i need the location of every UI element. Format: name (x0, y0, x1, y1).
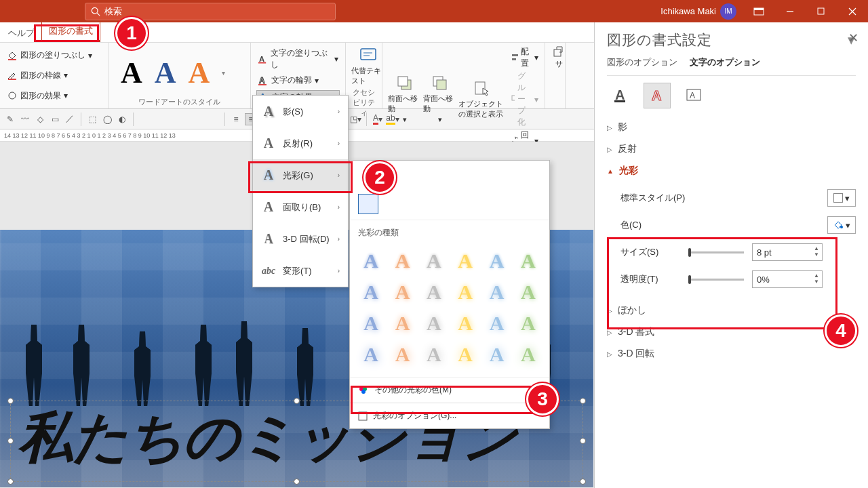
align-button[interactable]: 配置 ▾ (510, 45, 540, 70)
glow-variant[interactable]: A (450, 308, 481, 339)
glow-options[interactable]: 光彩のオプション(G)... (350, 403, 549, 428)
transparency-input[interactable]: 0%▲▼ (752, 270, 823, 288)
selection-icon (473, 80, 491, 98)
icon-tab-textbox[interactable]: A (680, 83, 707, 108)
callout-4: 4 (825, 314, 857, 347)
glow-variant[interactable]: A (387, 339, 418, 370)
size-group[interactable]: サ (551, 45, 567, 69)
ribbon-display-button[interactable] (743, 0, 774, 22)
icon-tab-fill[interactable]: A (607, 83, 634, 108)
glow-variant[interactable]: A (450, 245, 481, 277)
close-button[interactable] (837, 0, 868, 22)
search-box[interactable]: 検索 (85, 3, 336, 20)
tool-merge[interactable]: ⬚ (86, 113, 98, 125)
glow-variant[interactable]: A (355, 277, 387, 308)
glow-variant[interactable]: A (513, 308, 544, 339)
pane-tab-text[interactable]: 文字のオプション (690, 56, 760, 68)
svg-rect-8 (8, 59, 16, 60)
glow-variant[interactable]: A (418, 245, 450, 277)
svg-point-31 (361, 390, 366, 394)
svg-text:A: A (259, 76, 265, 85)
glow-variant[interactable]: A (387, 245, 418, 277)
glow-variant[interactable]: A (513, 277, 544, 308)
callout-3: 3 (526, 383, 559, 415)
tool-shape[interactable]: ▭ (49, 113, 61, 125)
svg-rect-22 (437, 80, 446, 89)
fx-bevel[interactable]: A面取り(B)› (253, 191, 348, 223)
color-picker[interactable]: ▾ (827, 216, 856, 234)
glow-variant[interactable]: A (481, 308, 512, 339)
glow-variant[interactable]: A (418, 277, 450, 308)
section-soft-edges[interactable]: ▷ぼかし (607, 300, 856, 321)
send-backward-button[interactable]: 背面へ移動 ▾ (423, 45, 457, 153)
section-glow[interactable]: ▲光彩 (607, 160, 856, 182)
tool-union[interactable]: ◯ (101, 113, 113, 125)
section-3d-format[interactable]: ▷3-D 書式 (607, 321, 856, 343)
size-slider[interactable] (688, 251, 744, 253)
glow-variant[interactable]: A (513, 245, 544, 277)
user-name: Ichikawa Maki (660, 6, 716, 16)
pane-close-button[interactable]: ✕ (848, 30, 859, 45)
glow-variant[interactable]: A (481, 339, 512, 370)
section-3d-rotation[interactable]: ▷3-D 回転 (607, 343, 856, 365)
glow-variant[interactable]: A (450, 339, 481, 370)
transparency-slider[interactable] (688, 279, 744, 281)
shape-effects-button[interactable]: 図形の効果 ▾ (5, 89, 102, 102)
glow-variant[interactable]: A (418, 308, 450, 339)
svg-rect-12 (258, 62, 266, 64)
wordart-gallery[interactable]: A A A ▾ (114, 45, 245, 96)
tool-combine[interactable]: ◐ (116, 113, 128, 125)
size-input[interactable]: 8 pt▲▼ (752, 243, 823, 261)
icon-tab-effects[interactable]: A (644, 83, 671, 108)
shape-outline-button[interactable]: 図形の枠線 ▾ (5, 69, 102, 82)
tool-curve[interactable]: 〰 (19, 113, 31, 125)
text-fill-button[interactable]: A文字の塗りつぶし ▾ (256, 47, 340, 71)
fx-transform[interactable]: abc変形(T)› (253, 255, 348, 287)
alt-text-button[interactable]: 代替テキスト (351, 45, 385, 86)
selection-pane-button[interactable]: オブジェクトの選択と表示 (458, 45, 506, 153)
glow-variant[interactable]: A (418, 339, 450, 370)
send-backward-icon (431, 75, 449, 92)
wordart-style-3[interactable]: A (189, 56, 210, 90)
bring-forward-button[interactable]: 前面へ移動 ▾ (388, 45, 422, 153)
tool-freeform[interactable]: ◇ (34, 113, 46, 125)
wordart-style-2[interactable]: A (155, 56, 176, 90)
svg-rect-9 (8, 79, 16, 80)
fx-shadow[interactable]: A影(S)› (253, 96, 348, 127)
glow-variant[interactable]: A (355, 308, 387, 339)
glow-variant[interactable]: A (450, 277, 481, 308)
glow-variant[interactable]: A (355, 245, 387, 277)
glow-gallery-header: 光彩の種類 (350, 220, 549, 243)
align-left[interactable]: ≡ (230, 113, 242, 125)
minimize-button[interactable] (774, 0, 806, 22)
fx-reflection[interactable]: A反射(R)› (253, 127, 348, 159)
text-outline-button[interactable]: A文字の輪郭 ▾ (256, 74, 340, 87)
tool-line[interactable]: ／ (64, 113, 76, 125)
maximize-button[interactable] (806, 0, 837, 22)
wordart-style-1[interactable]: A (121, 56, 142, 90)
glow-more-colors[interactable]: その他の光彩の色(M) (350, 377, 549, 403)
avatar[interactable]: IM (720, 3, 736, 20)
glow-variant[interactable]: A (387, 308, 418, 339)
glow-variant[interactable]: A (481, 245, 512, 277)
svg-rect-28 (554, 49, 561, 56)
fx-3d-rotation[interactable]: A3-D 回転(D)› (253, 223, 348, 255)
glow-variant[interactable]: A (513, 339, 544, 370)
glow-variant[interactable]: A (387, 277, 418, 308)
svg-rect-3 (754, 8, 764, 10)
preset-picker[interactable]: ▾ (827, 189, 856, 207)
glow-variant[interactable]: A (355, 339, 387, 370)
fx-glow[interactable]: A光彩(G)› (253, 159, 348, 191)
shape-fill-button[interactable]: 図形の塗りつぶし ▾ (5, 49, 102, 62)
pane-tab-shape[interactable]: 図形のオプション (607, 56, 677, 68)
svg-rect-26 (512, 96, 515, 100)
tab-shape-format[interactable]: 図形の書式 (41, 22, 100, 42)
tab-help[interactable]: ヘルプ (1, 24, 41, 42)
section-shadow[interactable]: ▷影 (607, 117, 856, 138)
pane-title: 図形の書式設定▾ (607, 26, 856, 56)
bucket-icon (833, 220, 844, 230)
tool-edit-points[interactable]: ✎ (4, 113, 16, 125)
glow-none[interactable] (358, 194, 378, 214)
section-reflection[interactable]: ▷反射 (607, 138, 856, 160)
glow-variant[interactable]: A (481, 277, 512, 308)
